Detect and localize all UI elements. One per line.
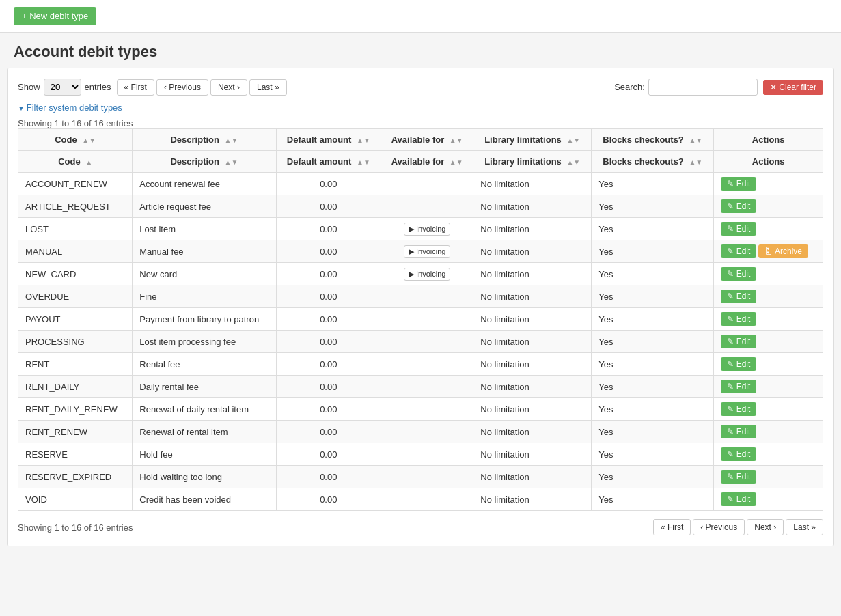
table-row-default-amount: 0.00: [276, 195, 381, 218]
table-row-available-for: [381, 195, 473, 218]
table-row-actions: ✎ Edit: [714, 443, 823, 466]
search-input[interactable]: [648, 79, 758, 96]
col-blocks-checkouts[interactable]: Blocks checkouts? ▲▼: [592, 129, 714, 151]
table-row-code: RESERVE_EXPIRED: [18, 466, 133, 488]
table-row-available-for: [381, 398, 473, 421]
table-row-description: Manual fee: [133, 240, 276, 263]
edit-button[interactable]: ✎ Edit: [721, 425, 756, 438]
table-row-blocks-checkouts: Yes: [592, 173, 714, 195]
table-row-actions: ✎ Edit: [714, 466, 823, 488]
edit-button[interactable]: ✎ Edit: [721, 199, 756, 213]
edit-button[interactable]: ✎ Edit: [721, 380, 756, 393]
edit-button[interactable]: ✎ Edit: [721, 357, 756, 371]
table-row-code: ACCOUNT_RENEW: [18, 173, 133, 195]
table-row-code: OVERDUE: [18, 285, 133, 308]
table-row-description: Fine: [133, 285, 276, 308]
table-row-library-limitations: No limitation: [473, 240, 592, 263]
edit-button[interactable]: ✎ Edit: [721, 470, 756, 484]
table-row-code: PROCESSING: [18, 331, 133, 353]
table-row-actions: ✎ Edit: [714, 308, 823, 331]
table-row-library-limitations: No limitation: [473, 173, 592, 195]
table-row-available-for: [381, 376, 473, 398]
edit-button[interactable]: ✎ Edit: [721, 402, 756, 416]
table-row-blocks-checkouts: Yes: [592, 398, 714, 421]
clear-filter-button[interactable]: ✕ Clear filter: [763, 80, 823, 95]
prev-button-bottom[interactable]: ‹ Previous: [693, 519, 745, 535]
next-button-bottom[interactable]: Next ›: [747, 519, 784, 535]
filter-system-debit-types-link[interactable]: Filter system debit types: [18, 102, 122, 113]
table-row-default-amount: 0.00: [276, 331, 381, 353]
table-row-blocks-checkouts: Yes: [592, 263, 714, 285]
col-blocks-checkouts-filter[interactable]: Blocks checkouts? ▲▼: [592, 151, 714, 173]
edit-button[interactable]: ✎ Edit: [721, 335, 756, 348]
col-default-amount[interactable]: Default amount ▲▼: [276, 129, 381, 151]
table-row-blocks-checkouts: Yes: [592, 308, 714, 331]
archive-button[interactable]: 🗄 Archive: [758, 244, 808, 258]
edit-button[interactable]: ✎ Edit: [721, 447, 756, 461]
table-row-actions: ✎ Edit: [714, 218, 823, 240]
table-row-default-amount: 0.00: [276, 488, 381, 511]
table-row-available-for: [381, 421, 473, 443]
table-row-code: RESERVE: [18, 443, 133, 466]
col-actions-filter: Actions: [714, 151, 823, 173]
table-row-code: RENT: [18, 353, 133, 376]
table-row-blocks-checkouts: Yes: [592, 218, 714, 240]
col-library-limitations[interactable]: Library limitations ▲▼: [473, 129, 592, 151]
col-library-limitations-filter[interactable]: Library limitations ▲▼: [473, 151, 592, 173]
table-row-default-amount: 0.00: [276, 398, 381, 421]
col-code-filter[interactable]: Code ▲: [18, 151, 133, 173]
col-actions: Actions: [714, 129, 823, 151]
col-code[interactable]: Code ▲▼: [18, 129, 133, 151]
table-row-description: Lost item processing fee: [133, 331, 276, 353]
table-row-description: Renewal of daily rental item: [133, 398, 276, 421]
table-row-library-limitations: No limitation: [473, 285, 592, 308]
edit-button[interactable]: ✎ Edit: [721, 492, 756, 506]
next-button-top[interactable]: Next ›: [210, 79, 247, 96]
table-row-description: Account renewal fee: [133, 173, 276, 195]
table-row-actions: ✎ Edit: [714, 195, 823, 218]
table-row-default-amount: 0.00: [276, 376, 381, 398]
first-button-top[interactable]: « First: [117, 79, 154, 96]
first-button-bottom[interactable]: « First: [653, 519, 691, 535]
col-description-filter[interactable]: Description ▲▼: [133, 151, 276, 173]
table-row-library-limitations: No limitation: [473, 398, 592, 421]
new-debit-type-button[interactable]: New debit type: [14, 7, 96, 25]
table-row-available-for: ▶ Invoicing: [381, 240, 473, 263]
table-row-actions: ✎ Edit: [714, 488, 823, 511]
table-row-blocks-checkouts: Yes: [592, 285, 714, 308]
table-row-blocks-checkouts: Yes: [592, 376, 714, 398]
table-row-library-limitations: No limitation: [473, 308, 592, 331]
edit-button[interactable]: ✎ Edit: [721, 290, 756, 303]
col-default-amount-filter[interactable]: Default amount ▲▼: [276, 151, 381, 173]
edit-button[interactable]: ✎ Edit: [721, 267, 756, 281]
table-row-available-for: [381, 353, 473, 376]
table-row-description: Payment from library to patron: [133, 308, 276, 331]
edit-button[interactable]: ✎ Edit: [721, 244, 756, 258]
table-row-actions: ✎ Edit: [714, 285, 823, 308]
table-row-actions: ✎ Edit: [714, 263, 823, 285]
table-row-available-for: ▶ Invoicing: [381, 263, 473, 285]
col-available-for[interactable]: Available for ▲▼: [381, 129, 473, 151]
table-row-blocks-checkouts: Yes: [592, 240, 714, 263]
edit-button[interactable]: ✎ Edit: [721, 177, 756, 191]
table-row-library-limitations: No limitation: [473, 488, 592, 511]
show-entries-select[interactable]: 201050100: [44, 79, 81, 96]
table-row-description: Hold waiting too long: [133, 466, 276, 488]
table-row-default-amount: 0.00: [276, 263, 381, 285]
table-row-available-for: [381, 466, 473, 488]
edit-button[interactable]: ✎ Edit: [721, 312, 756, 326]
table-row-description: Article request fee: [133, 195, 276, 218]
table-row-library-limitations: No limitation: [473, 218, 592, 240]
last-button-bottom[interactable]: Last »: [786, 519, 823, 535]
table-row-description: Daily rental fee: [133, 376, 276, 398]
table-row-library-limitations: No limitation: [473, 443, 592, 466]
table-row-description: Renewal of rental item: [133, 421, 276, 443]
edit-button[interactable]: ✎ Edit: [721, 222, 756, 236]
last-button-top[interactable]: Last »: [249, 79, 287, 96]
prev-button-top[interactable]: ‹ Previous: [156, 79, 208, 96]
search-label: Search:: [614, 82, 645, 92]
col-description[interactable]: Description ▲▼: [133, 129, 276, 151]
col-available-for-filter[interactable]: Available for ▲▼: [381, 151, 473, 173]
table-row-code: PAYOUT: [18, 308, 133, 331]
table-row-library-limitations: No limitation: [473, 353, 592, 376]
